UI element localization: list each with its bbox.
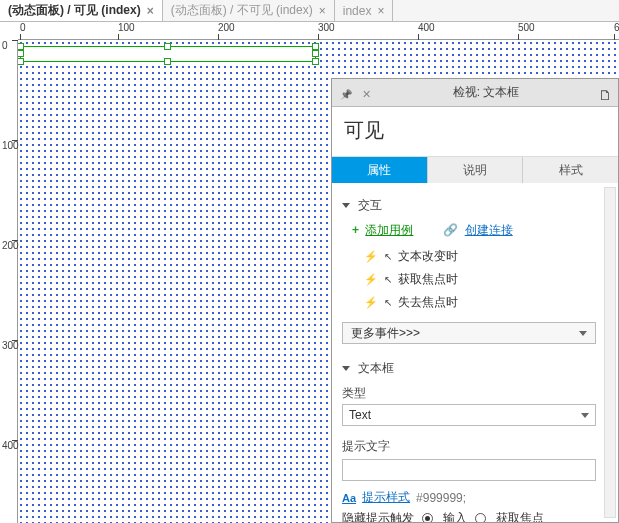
more-events-dropdown[interactable]: 更多事件>>>	[342, 322, 596, 344]
section-title: 文本框	[358, 360, 394, 377]
radio-focus[interactable]	[475, 513, 486, 522]
event-label: 获取焦点时	[398, 271, 458, 288]
widget-name-input[interactable]: 可见	[332, 107, 618, 157]
hint-text-input[interactable]	[342, 459, 596, 481]
resize-handle[interactable]	[312, 50, 319, 57]
resize-handle[interactable]	[312, 58, 319, 65]
radio-label: 输入	[443, 510, 467, 522]
ruler-tick: 100	[2, 140, 19, 151]
event-label: 失去焦点时	[398, 294, 458, 311]
event-item[interactable]: ⚡↖ 失去焦点时	[364, 291, 608, 314]
close-icon[interactable]: ×	[147, 4, 154, 18]
ruler-horizontal: 0 100 200 300 400 500 6	[18, 22, 619, 40]
event-item[interactable]: ⚡↖ 获取焦点时	[364, 268, 608, 291]
more-events-label: 更多事件>>>	[351, 325, 420, 342]
tab-style[interactable]: 样式	[523, 157, 618, 183]
inspector-panel: 检视: 文本框 可见 属性 说明 样式 交互 + 添加用例 🔗 创建连接	[331, 78, 619, 523]
event-icon: ⚡	[364, 296, 378, 309]
cursor-icon: ↖	[384, 274, 392, 285]
resize-handle[interactable]	[18, 43, 24, 50]
inspector-title: 检视: 文本框	[374, 84, 598, 101]
ruler-tick: 200	[2, 240, 19, 251]
resize-handle[interactable]	[164, 43, 171, 50]
chevron-down-icon	[342, 203, 350, 208]
inspector-header: 检视: 文本框	[332, 79, 618, 107]
plus-icon: +	[352, 223, 359, 237]
event-item[interactable]: ⚡↖ 文本改变时	[364, 245, 608, 268]
resize-handle[interactable]	[164, 58, 171, 65]
add-case-link[interactable]: + 添加用例	[352, 222, 413, 239]
event-icon: ⚡	[364, 250, 378, 263]
ruler-tick: 0	[20, 22, 26, 33]
tab-index[interactable]: index ×	[335, 0, 394, 21]
hint-style-hex: #999999;	[416, 491, 466, 505]
document-tabs: (动态面板) / 可见 (index) × (动态面板) / 不可见 (inde…	[0, 0, 619, 22]
text-style-icon: Aa	[342, 492, 356, 504]
event-list: ⚡↖ 文本改变时 ⚡↖ 获取焦点时 ⚡↖ 失去焦点时	[342, 245, 608, 314]
section-textfield[interactable]: 文本框	[342, 354, 608, 381]
resize-handle[interactable]	[312, 43, 319, 50]
tab-label: (动态面板) / 不可见 (index)	[171, 2, 313, 19]
tab-properties[interactable]: 属性	[332, 157, 428, 183]
resize-handle[interactable]	[18, 58, 24, 65]
ruler-tick: 0	[2, 40, 8, 51]
pin-icon[interactable]	[340, 87, 352, 99]
radio-label: 获取焦点	[496, 510, 544, 522]
inspector-subtabs: 属性 说明 样式	[332, 157, 618, 183]
ruler-tick: 300	[2, 340, 19, 351]
hint-style-link[interactable]: 提示样式	[362, 489, 410, 506]
cursor-icon: ↖	[384, 297, 392, 308]
ruler-tick: 400	[2, 440, 19, 451]
ruler-tick: 6	[614, 22, 619, 33]
radio-input[interactable]	[422, 513, 433, 522]
tab-notes[interactable]: 说明	[428, 157, 524, 183]
cursor-icon: ↖	[384, 251, 392, 262]
event-label: 文本改变时	[398, 248, 458, 265]
close-icon[interactable]: ×	[319, 4, 326, 18]
type-value: Text	[349, 408, 371, 422]
section-title: 交互	[358, 197, 382, 214]
tab-visible-state[interactable]: (动态面板) / 可见 (index) ×	[0, 0, 163, 21]
hide-hint-trigger-row: 隐藏提示触发 输入 获取焦点	[342, 506, 608, 522]
close-icon[interactable]	[362, 87, 374, 99]
link-icon: 🔗	[443, 223, 458, 237]
selected-textfield-widget[interactable]	[20, 46, 316, 62]
section-interactions[interactable]: 交互	[342, 191, 608, 218]
chevron-down-icon	[579, 331, 587, 336]
inspector-body: 交互 + 添加用例 🔗 创建连接 ⚡↖ 文本改变时 ⚡↖ 获取焦点时 ⚡↖	[332, 183, 618, 522]
tab-label: (动态面板) / 可见 (index)	[8, 2, 141, 19]
ruler-tick: 400	[418, 22, 435, 33]
ruler-tick: 200	[218, 22, 235, 33]
ruler-vertical: 0 100 200 300 400	[0, 40, 18, 523]
resize-handle[interactable]	[18, 50, 24, 57]
close-icon[interactable]: ×	[377, 4, 384, 18]
ruler-tick: 100	[118, 22, 135, 33]
hide-hint-trigger-label: 隐藏提示触发	[342, 510, 414, 522]
create-link-link[interactable]: 🔗 创建连接	[443, 222, 512, 239]
hint-label: 提示文字	[342, 434, 608, 457]
chevron-down-icon	[342, 366, 350, 371]
tab-invisible-state[interactable]: (动态面板) / 不可见 (index) ×	[163, 0, 335, 21]
scrollbar-thumb[interactable]	[607, 188, 615, 248]
type-label: 类型	[342, 381, 608, 404]
type-select[interactable]: Text	[342, 404, 596, 426]
document-icon[interactable]	[598, 87, 610, 99]
chevron-down-icon	[581, 413, 589, 418]
tab-label: index	[343, 4, 372, 18]
event-icon: ⚡	[364, 273, 378, 286]
ruler-tick: 500	[518, 22, 535, 33]
ruler-tick: 300	[318, 22, 335, 33]
